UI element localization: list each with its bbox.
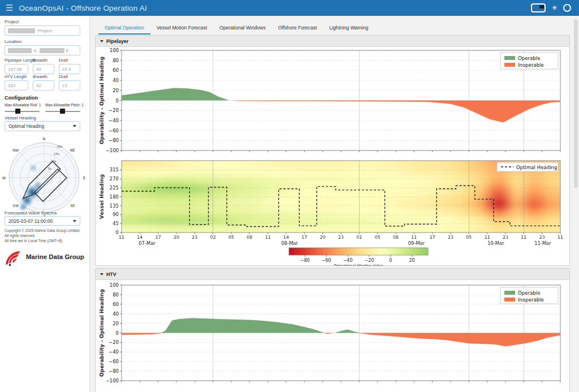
- svg-text:Operable: Operable: [518, 290, 540, 296]
- svg-text:08: 08: [393, 235, 399, 240]
- svg-text:20: 20: [113, 321, 119, 326]
- location-label: Location: [5, 39, 21, 44]
- svg-text:0: 0: [389, 258, 392, 263]
- hamburger-menu-icon[interactable]: ☰: [6, 3, 13, 13]
- tab-lightning-warning[interactable]: Lightning Warning: [323, 23, 374, 35]
- pipelayer-draft-value: 22.4: [62, 67, 71, 72]
- svg-text:Operable: Operable: [518, 55, 540, 61]
- tab-vessel-motion-forecast[interactable]: Vessel Motion Forecast: [150, 23, 213, 35]
- svg-text:NW: NW: [12, 148, 19, 153]
- htv-draft-value: 12: [62, 83, 67, 88]
- app-title: OceanOpsAI - Offshore Operation AI: [19, 4, 146, 12]
- svg-text:NE: NE: [70, 148, 75, 153]
- svg-text:Operational Window Index: Operational Window Index: [334, 264, 383, 266]
- pitch-slider[interactable]: [45, 109, 80, 114]
- htv-draft-input[interactable]: 12: [59, 80, 80, 91]
- svg-text:−100: −100: [106, 148, 119, 153]
- svg-text:15s: 15s: [54, 152, 59, 156]
- svg-text:05: 05: [375, 235, 381, 240]
- htv-length-value: 162: [8, 83, 15, 88]
- heatmap-overlay-svg: 0459013518022527031511141720230205081114…: [96, 157, 571, 266]
- svg-text:20: 20: [409, 258, 415, 263]
- svg-text:−60: −60: [109, 359, 119, 364]
- tab-operational-windows[interactable]: Operational Windows: [213, 23, 272, 35]
- page-scrollbar[interactable]: [574, 19, 578, 188]
- caret-down-icon: [73, 125, 76, 127]
- svg-text:−60: −60: [109, 128, 119, 133]
- svg-text:N: N: [43, 137, 46, 141]
- svg-text:100: 100: [110, 48, 119, 53]
- svg-text:80: 80: [113, 58, 119, 63]
- svg-text:−80: −80: [109, 368, 119, 374]
- svg-text:80: 80: [113, 292, 119, 298]
- htv-length-input[interactable]: 162: [5, 80, 28, 91]
- vessel-heading-select[interactable]: Optimal Heading: [5, 121, 80, 131]
- svg-text:Operability - Optimal Heading: Operability - Optimal Heading: [98, 289, 105, 377]
- copyright-line1: Copyright © 2025 Marine Data Group Limit…: [5, 228, 85, 238]
- app-header: ☰ OceanOpsAI - Offshore Operation AI ☀: [0, 0, 579, 16]
- svg-text:14: 14: [283, 235, 289, 240]
- svg-text:45: 45: [113, 221, 119, 226]
- svg-text:E: E: [83, 176, 85, 180]
- svg-text:08-Mar: 08-Mar: [281, 240, 298, 246]
- logo-text: Marine Data Group: [26, 253, 84, 260]
- svg-text:17: 17: [155, 235, 161, 240]
- svg-text:11-Mar: 11-Mar: [534, 240, 551, 246]
- svg-text:20: 20: [174, 235, 179, 240]
- svg-text:Inoperable: Inoperable: [518, 62, 544, 68]
- sun-brightness-icon[interactable]: ☀: [551, 4, 558, 12]
- pipelayer-draft-input[interactable]: 22.4: [59, 64, 80, 74]
- svg-text:180: 180: [110, 194, 119, 200]
- tab-optimal-operation[interactable]: Optimal Operation: [98, 23, 150, 35]
- area-chart-svg: −100−80−60−40−20020406080100Operability …: [96, 279, 571, 392]
- svg-text:−20: −20: [364, 258, 374, 263]
- display-toggle-icon[interactable]: [531, 3, 546, 12]
- roll-slider-handle[interactable]: [15, 109, 20, 114]
- svg-text:Vessel Heading: Vessel Heading: [98, 174, 105, 219]
- project-input[interactable]: Project: [5, 25, 80, 36]
- svg-text:20: 20: [320, 235, 326, 240]
- htv-panel: HTV −100−80−60−40−20020406080100Operabil…: [95, 268, 570, 392]
- svg-text:07-Mar: 07-Mar: [139, 240, 155, 246]
- svg-text:135: 135: [110, 203, 119, 209]
- svg-text:5s: 5s: [47, 167, 51, 170]
- svg-text:SE: SE: [70, 204, 75, 208]
- project-label: Project: [5, 19, 19, 24]
- svg-text:20s: 20s: [57, 145, 62, 148]
- location-input[interactable]: S, E: [5, 45, 80, 55]
- pipelayer-length-value: 197.36: [8, 67, 21, 72]
- redacted-text: [40, 48, 64, 53]
- pipelayer-length-input[interactable]: 197.36: [5, 64, 28, 74]
- svg-text:23: 23: [338, 235, 344, 240]
- roll-slider[interactable]: [5, 109, 40, 114]
- htv-panel-header[interactable]: HTV: [96, 269, 569, 280]
- circle-theme-icon[interactable]: [563, 4, 571, 12]
- wave-spectra-select[interactable]: 2025-03-07 11:00:00: [5, 216, 80, 226]
- polar-plot-svg: 5s10s15s20sNNEESESSWWNW: [1, 131, 87, 222]
- pipelayer-panel-header[interactable]: Pipelayer: [96, 36, 569, 47]
- pitch-slider-label: Max Allowable Pitch: 1: [45, 103, 84, 107]
- svg-text:0: 0: [116, 98, 119, 104]
- pitch-slider-handle[interactable]: [60, 109, 65, 114]
- svg-text:Inoperable: Inoperable: [518, 297, 544, 303]
- pipelayer-breadth-input[interactable]: 49: [33, 64, 54, 74]
- svg-text:05: 05: [466, 235, 472, 240]
- svg-text:11: 11: [411, 235, 417, 240]
- svg-text:W: W: [2, 176, 6, 180]
- htv-breadth-label: Breadth: [33, 74, 47, 79]
- htv-breadth-input[interactable]: 42: [33, 80, 54, 91]
- svg-text:−20: −20: [109, 339, 119, 345]
- area-chart-svg: −100−80−60−40−20020406080100Operability …: [96, 46, 571, 157]
- svg-text:40: 40: [113, 77, 119, 83]
- htv-draft-label: Draft: [59, 74, 68, 79]
- svg-text:23: 23: [192, 235, 197, 240]
- svg-text:270: 270: [110, 176, 119, 182]
- svg-text:08: 08: [247, 235, 252, 240]
- svg-text:0: 0: [116, 330, 119, 336]
- pipelayer-heading-heatmap: 0459013518022527031511141720230205081114…: [96, 157, 571, 266]
- pipelayer-panel: Pipelayer −100−80−60−40−20020406080100Op…: [95, 35, 570, 266]
- htv-operability-chart: −100−80−60−40−20020406080100Operability …: [96, 279, 571, 392]
- main-tabs: Optimal Operation Vessel Motion Forecast…: [98, 23, 374, 35]
- pipelayer-breadth-value: 49: [36, 67, 41, 72]
- tab-offshore-forecast[interactable]: Offshore Forecast: [272, 23, 323, 35]
